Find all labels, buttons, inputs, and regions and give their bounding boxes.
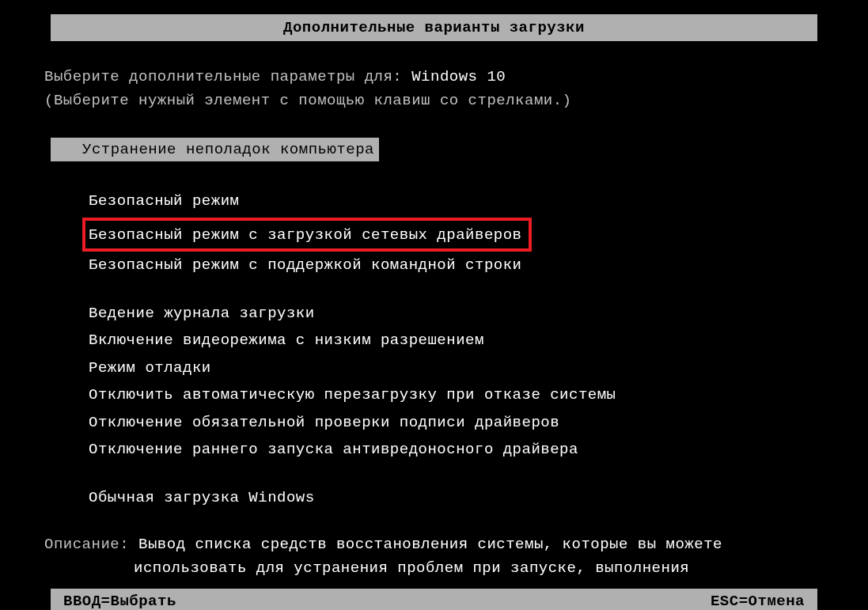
title-bar: Дополнительные варианты загрузки [51, 14, 817, 41]
menu-item-safe-mode[interactable]: Безопасный режим [44, 190, 824, 213]
footer-esc: ESC=Отмена [711, 593, 805, 610]
menu-item-safe-mode-cmd[interactable]: Безопасный режим с поддержкой командной … [44, 254, 824, 277]
menu-item-normal-boot[interactable]: Обычная загрузка Windows [44, 487, 824, 510]
menu-group-normal: Обычная загрузка Windows [44, 487, 824, 510]
menu-item-safe-mode-networking[interactable]: Безопасный режим с загрузкой сетевых дра… [44, 218, 824, 252]
selected-menu-item[interactable]: Устранение неполадок компьютера [51, 138, 379, 161]
footer-enter: ВВОД=Выбрать [63, 593, 176, 610]
menu-item-low-res-video[interactable]: Включение видеорежима с низким разрешени… [44, 329, 824, 352]
content-area: Выберите дополнительные параметры для: W… [0, 68, 868, 604]
menu-item-disable-driver-sig[interactable]: Отключение обязательной проверки подписи… [44, 411, 824, 434]
menu-item-debug-mode[interactable]: Режим отладки [44, 357, 824, 380]
description-label: Описание: [44, 536, 138, 553]
menu-group-advanced: Ведение журнала загрузки Включение видео… [44, 302, 824, 461]
prompt-prefix: Выберите дополнительные параметры для: [44, 68, 411, 85]
description-line1: Вывод списка средств восстановления сист… [138, 536, 722, 553]
menu-item-disable-antimalware[interactable]: Отключение раннего запуска антивредоносн… [44, 438, 824, 461]
menu-group-safe-mode: Безопасный режим Безопасный режим с загр… [44, 190, 824, 277]
footer-bar: ВВОД=Выбрать ESC=Отмена [51, 589, 817, 610]
menu-item-disable-auto-restart[interactable]: Отключить автоматическую перезагрузку пр… [44, 384, 824, 407]
prompt-line: Выберите дополнительные параметры для: W… [44, 68, 824, 85]
hint-line: (Выберите нужный элемент с помощью клави… [44, 92, 824, 109]
menu-item-boot-logging[interactable]: Ведение журнала загрузки [44, 302, 824, 325]
title-text: Дополнительные варианты загрузки [283, 19, 585, 36]
highlight-box: Безопасный режим с загрузкой сетевых дра… [82, 218, 532, 252]
os-name: Windows 10 [411, 68, 506, 85]
description-line2: использовать для устранения проблем при … [44, 556, 824, 580]
